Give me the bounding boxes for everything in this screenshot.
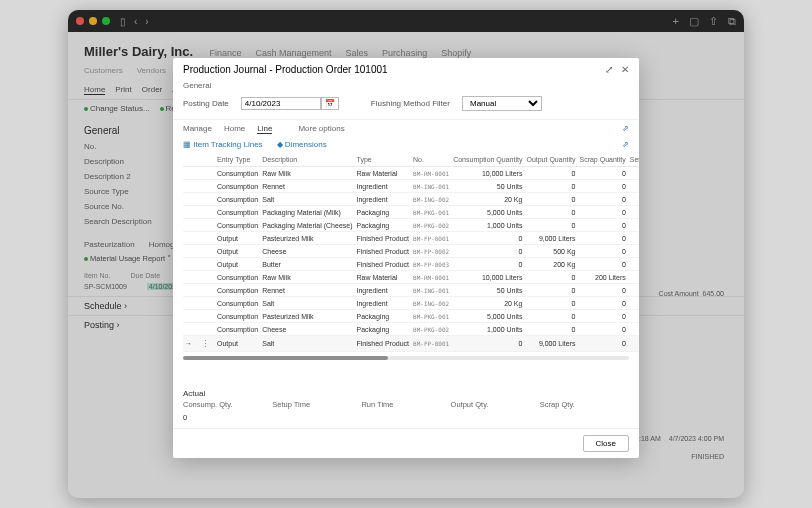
- row-menu-icon[interactable]: ⋮: [198, 339, 213, 349]
- actual-col-consump: Consump. Qty.: [183, 400, 272, 409]
- tab-home[interactable]: Home: [224, 124, 245, 134]
- tab-manage[interactable]: Manage: [183, 124, 212, 134]
- grid-row[interactable]: ConsumptionPackaging Material (Cheese)Pa…: [183, 219, 639, 232]
- grid-row[interactable]: OutputButterFinished ProductBM-FP-000302…: [183, 258, 639, 271]
- h-scrollbar[interactable]: [183, 356, 629, 360]
- grid-row[interactable]: ConsumptionCheesePackagingBM-PKG-0021,00…: [183, 323, 639, 336]
- actual-col-run: Run Time: [361, 400, 450, 409]
- actual-col-output: Output Qty.: [451, 400, 540, 409]
- grid-row[interactable]: ConsumptionPackaging Material (Milk)Pack…: [183, 206, 639, 219]
- actual-val-consump: 0: [183, 413, 272, 422]
- modal-title: Production Journal - Production Order 10…: [183, 64, 388, 75]
- grid-row[interactable]: →⋮OutputSaltFinished ProductBM-FP-000109…: [183, 336, 639, 352]
- grid-row[interactable]: ConsumptionRaw MilkRaw MaterialBM-RM-000…: [183, 167, 639, 180]
- calendar-icon[interactable]: 📅: [321, 97, 339, 110]
- detach-icon[interactable]: ⇗: [622, 140, 629, 149]
- col-cons-qty[interactable]: Consumption Quantity: [451, 153, 524, 167]
- grid-row[interactable]: ConsumptionRennetIngredientBM-ING-00150 …: [183, 284, 639, 297]
- posting-date-label: Posting Date: [183, 99, 229, 108]
- item-tracking-lines[interactable]: ▦ Item Tracking Lines: [183, 140, 263, 149]
- flushing-filter-label: Flushing Method Filter: [371, 99, 450, 108]
- grid-row[interactable]: OutputPasteurized MilkFinished ProductBM…: [183, 232, 639, 245]
- grid-row[interactable]: ConsumptionSaltIngredientBM-ING-00220 Kg…: [183, 193, 639, 206]
- close-button[interactable]: Close: [583, 435, 629, 452]
- col-type[interactable]: Type: [355, 153, 412, 167]
- col-entry-type[interactable]: Entry Type: [215, 153, 260, 167]
- col-scrap-qty[interactable]: Scrap Quantity: [577, 153, 627, 167]
- actual-col-setup: Setup Time: [272, 400, 361, 409]
- more-options[interactable]: More options: [298, 124, 344, 134]
- actual-label: Actual: [173, 387, 639, 398]
- col-no[interactable]: No.: [411, 153, 451, 167]
- dimensions[interactable]: ◆ Dimensions: [277, 140, 327, 149]
- journal-grid: Entry Type Description Type No. Consumpt…: [173, 153, 639, 387]
- grid-row[interactable]: OutputCheeseFinished ProductBM-FP-000205…: [183, 245, 639, 258]
- production-journal-modal: Production Journal - Production Order 10…: [173, 58, 639, 458]
- share-line-icon[interactable]: ⇗: [622, 124, 629, 134]
- col-setup-time[interactable]: Setup Time: [628, 153, 639, 167]
- expand-icon[interactable]: ⤢: [605, 64, 613, 75]
- close-icon[interactable]: ✕: [621, 64, 629, 75]
- col-out-qty[interactable]: Output Quantity: [524, 153, 577, 167]
- posting-date-field[interactable]: [241, 97, 321, 110]
- flushing-filter-select[interactable]: Manual: [462, 96, 542, 111]
- grid-row[interactable]: ConsumptionRaw MilkRaw MaterialBM-RM-000…: [183, 271, 639, 284]
- col-description[interactable]: Description: [260, 153, 354, 167]
- row-arrow-icon: →: [185, 340, 194, 347]
- actual-col-scrap: Scrap Qty.: [540, 400, 629, 409]
- tab-line[interactable]: Line: [257, 124, 272, 134]
- grid-row[interactable]: ConsumptionRennetIngredientBM-ING-00150 …: [183, 180, 639, 193]
- modal-general-label: General: [173, 81, 639, 92]
- grid-row[interactable]: ConsumptionPasteurized MilkPackagingBM-P…: [183, 310, 639, 323]
- grid-row[interactable]: ConsumptionSaltIngredientBM-ING-00220 Kg…: [183, 297, 639, 310]
